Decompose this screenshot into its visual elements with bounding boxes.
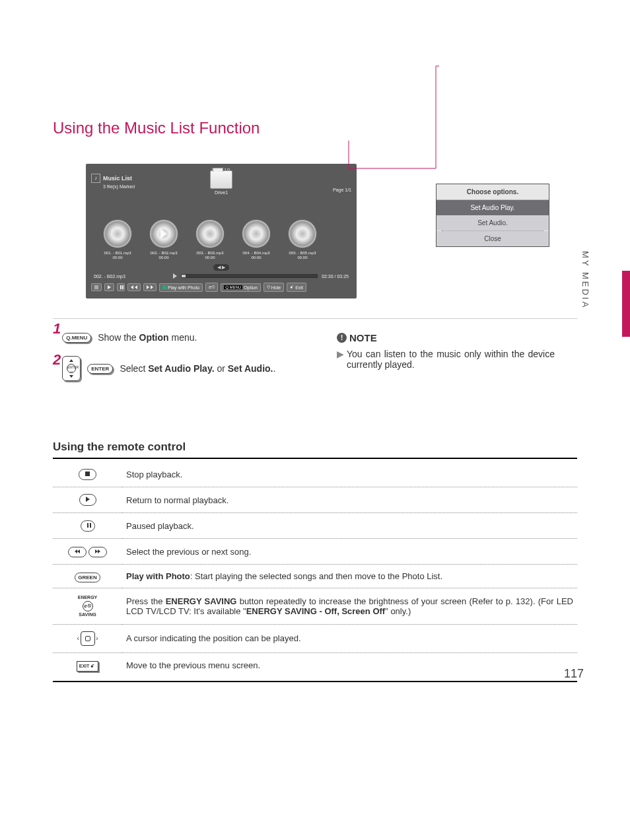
track-time: 00:00 [112, 256, 122, 260]
next-key [88, 547, 107, 557]
remote-control-table: Stop playback. Return to normal playback… [53, 462, 577, 678]
section-tab: MY MEDIA [580, 251, 590, 309]
track-time: 00:00 [251, 256, 261, 260]
progress-bar[interactable] [181, 274, 318, 278]
enter-key-small: ENTER [87, 364, 113, 374]
energy-saving-icon[interactable]: e⦰ [205, 283, 218, 292]
prev-key [68, 547, 87, 557]
btn-label: Play with Photo [168, 285, 199, 290]
drive-folder[interactable]: Drive1 [210, 170, 232, 195]
music-thumb[interactable]: 004. - B04.mp300:00 [236, 219, 276, 260]
exit-button[interactable]: ꗃExit [287, 283, 306, 292]
pause-desc: Paused playback. [122, 513, 577, 539]
prevnext-desc: Select the previous or next song. [122, 539, 577, 565]
exit-key: EXIT ꗃ [77, 661, 99, 672]
disc-icon-playing [149, 219, 178, 248]
options-popup: Choose options. Set Audio Play. Set Audi… [436, 184, 549, 247]
folder-icon [210, 170, 232, 189]
cursor-key [81, 631, 95, 646]
note-text: ▶ You can listen to the music only withi… [337, 349, 555, 370]
drive-label: Drive1 [210, 190, 232, 195]
btn-label: Exit [295, 285, 303, 290]
btn-label: Option [244, 285, 258, 290]
disc-icon [103, 219, 132, 248]
page-number: 117 [564, 667, 584, 681]
set-audio-play-option[interactable]: Set Audio Play. [437, 200, 549, 215]
track-time: 00:00 [158, 256, 168, 260]
now-playing-title: 002. - B02.mp3 [94, 274, 173, 279]
set-audio-option[interactable]: Set Audio. [437, 215, 549, 230]
disc-icon [288, 219, 317, 248]
play-with-photo-button[interactable]: Play with Photo [159, 283, 203, 292]
play-indicator-icon [173, 273, 177, 279]
play-button[interactable] [104, 283, 114, 291]
track-label: 001. - B01.mp3 [104, 251, 131, 255]
disc-icon [195, 219, 225, 248]
music-thumb[interactable]: 005. - B05.mp300:00 [283, 219, 322, 260]
rewind-button[interactable] [127, 283, 141, 291]
side-accent [622, 271, 630, 337]
disc-icon [242, 219, 271, 248]
pause-key [81, 520, 95, 532]
music-list-icon: ♪ [91, 174, 100, 183]
green-desc: Play with Photo: Start playing the selec… [122, 565, 577, 588]
page-title: Using the Music List Function [53, 119, 577, 137]
step-number-2: 2 [53, 351, 61, 368]
step-number-1: 1 [53, 320, 61, 337]
scroll-indicator[interactable]: ◀ ▶ [213, 264, 229, 271]
energy-saving-key: ENERGY e⦰ SAVING [57, 595, 118, 617]
music-thumb[interactable]: 003. - B03.mp300:00 [190, 219, 230, 260]
track-label: 003. - B03.mp3 [196, 251, 223, 255]
track-label: 004. - B04.mp3 [242, 251, 269, 255]
options-title: Choose options. [437, 184, 549, 200]
stop-button[interactable] [91, 283, 102, 291]
step1-text: Show the Option menu. [98, 332, 197, 343]
qmenu-key: Q.MENU [62, 333, 91, 343]
play-desc: Return to normal playback. [122, 487, 577, 513]
green-key: GREEN [75, 573, 100, 582]
energy-icon: e⦰ [83, 601, 93, 612]
track-label: 002. - B02.mp3 [150, 251, 177, 255]
track-label: 005. - B05.mp3 [289, 251, 316, 255]
pause-button[interactable] [117, 283, 125, 291]
inner-page-indicator: Page 1/1 [333, 188, 351, 192]
cursor-desc: A cursor indicating the position can be … [122, 624, 577, 652]
track-time: 00:00 [297, 256, 307, 260]
step2-text: Select Set Audio Play. or Set Audio.. [120, 363, 275, 374]
note-icon: ! [337, 333, 347, 343]
music-thumb[interactable]: 001. - B01.mp300:00 [98, 219, 137, 260]
stop-desc: Stop playback. [122, 462, 577, 487]
enter-label: ENTER⊙ [67, 364, 76, 373]
track-time: 00:00 [205, 256, 215, 260]
play-key [79, 494, 96, 506]
exit-desc: Move to the previous menu screen. [122, 652, 577, 678]
music-thumb[interactable]: 002. - B02.mp300:00 [144, 219, 184, 260]
note-arrow-icon: ▶ [337, 349, 344, 370]
btn-label: Hide [271, 285, 281, 290]
fast-forward-button[interactable] [143, 283, 157, 291]
energy-desc: Press the ENERGY SAVING button repeatedl… [122, 588, 577, 624]
time-display: 02:30 / 03:25 [322, 274, 349, 279]
note-heading: ! NOTE [337, 332, 555, 343]
stop-key [79, 469, 96, 480]
nav-enter-key: ENTER⊙ [62, 356, 81, 381]
tv-title: Music List [103, 175, 132, 182]
hide-button[interactable]: ꖴHide [263, 283, 284, 292]
remote-control-heading: Using the remote control [53, 440, 577, 454]
close-option[interactable]: Close [437, 231, 549, 246]
tv-screenshot: Page 1/1 ♪ Music List 3 file(s) Marked D… [86, 164, 357, 298]
option-button[interactable]: Q.MENUOption [221, 283, 261, 292]
